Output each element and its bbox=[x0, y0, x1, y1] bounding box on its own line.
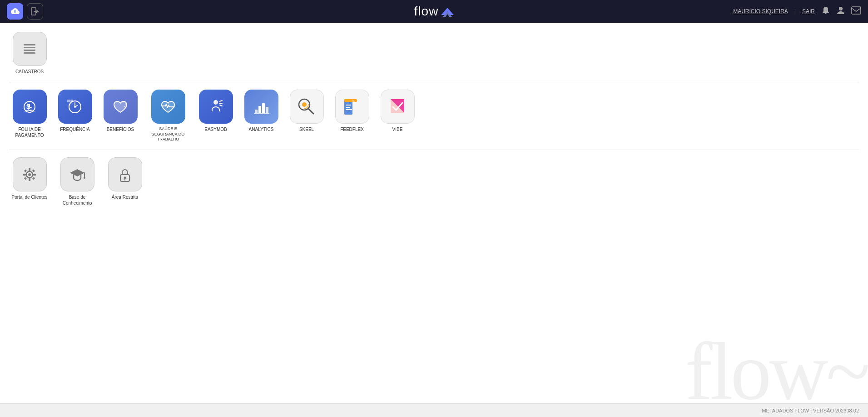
user-name[interactable]: MAURICIO.SIQUEIRA bbox=[733, 8, 788, 15]
app-item-vibe[interactable]: VIBE bbox=[377, 90, 418, 142]
portal-grid: Portal de Clientes Base deConhecimento bbox=[9, 157, 859, 206]
navbar-center: flow bbox=[414, 4, 454, 19]
feedflex-icon bbox=[335, 90, 369, 124]
svg-rect-5 bbox=[24, 44, 35, 45]
svg-rect-42 bbox=[23, 174, 26, 176]
svg-rect-32 bbox=[344, 99, 357, 102]
cloud-icon-button[interactable] bbox=[7, 3, 23, 20]
cadastros-item[interactable]: CADASTROS bbox=[9, 32, 50, 75]
svg-point-39 bbox=[28, 173, 31, 176]
footer: METADADOS FLOW | VERSÃO 202308.02 bbox=[0, 403, 868, 417]
app-item-frequencia[interactable]: FREQUÊNCIA bbox=[55, 90, 95, 142]
frequencia-label: FREQUÊNCIA bbox=[60, 126, 90, 132]
cadastros-list-icon bbox=[21, 40, 38, 58]
cloud-icon bbox=[10, 7, 20, 15]
app-item-beneficios[interactable]: BENEFÍCIOS bbox=[100, 90, 141, 142]
navbar-left bbox=[7, 3, 43, 20]
svg-line-16 bbox=[125, 104, 126, 104]
svg-rect-22 bbox=[255, 110, 258, 113]
notifications-icon[interactable] bbox=[821, 6, 830, 17]
app-item-saude[interactable]: SAÚDE ESEGURANÇA DOTRABALHO bbox=[145, 90, 191, 142]
svg-rect-43 bbox=[33, 174, 36, 176]
svg-rect-13 bbox=[67, 100, 70, 102]
svg-rect-6 bbox=[24, 47, 35, 48]
svg-text:$: $ bbox=[26, 103, 30, 111]
cadastros-label: CADASTROS bbox=[15, 69, 44, 75]
app-item-skeel[interactable]: SKEEL bbox=[286, 90, 327, 142]
section-divider-1 bbox=[9, 82, 859, 82]
svg-rect-8 bbox=[24, 52, 35, 54]
area-restrita-icon bbox=[108, 157, 142, 191]
app-item-base-conhecimento[interactable]: Base deConhecimento bbox=[55, 157, 100, 206]
saude-icon bbox=[151, 90, 185, 124]
svg-rect-35 bbox=[346, 109, 352, 110]
app-item-feedflex[interactable]: FEEDFLEX bbox=[332, 90, 372, 142]
portal-clientes-label: Portal de Clientes bbox=[12, 194, 48, 200]
vibe-label: VIBE bbox=[392, 126, 403, 132]
flow-logo-icon bbox=[441, 6, 454, 17]
easymob-label: EASYMOB bbox=[204, 126, 227, 132]
app-item-area-restrita[interactable]: Área Restrita bbox=[104, 157, 145, 206]
saude-label: SAÚDE ESEGURANÇA DOTRABALHO bbox=[152, 126, 185, 142]
base-conhecimento-icon bbox=[60, 157, 94, 191]
navbar-right: MAURICIO.SIQUEIRA | SAIR bbox=[733, 5, 861, 18]
folha-icon: $ bbox=[13, 90, 47, 124]
portal-clientes-icon bbox=[13, 157, 47, 191]
svg-rect-46 bbox=[24, 177, 27, 180]
beneficios-label: BENEFÍCIOS bbox=[107, 126, 134, 132]
svg-rect-33 bbox=[346, 105, 351, 106]
section-divider-2 bbox=[9, 150, 859, 150]
watermark: flow~ bbox=[685, 331, 868, 412]
navbar-icons bbox=[821, 5, 861, 18]
analytics-label: ANALYTICS bbox=[249, 126, 274, 132]
app-title: flow bbox=[414, 4, 439, 19]
base-conhecimento-label: Base deConhecimento bbox=[63, 194, 92, 206]
easymob-icon bbox=[199, 90, 233, 124]
svg-rect-40 bbox=[29, 168, 30, 171]
cadastros-icon bbox=[13, 32, 47, 66]
vibe-icon bbox=[381, 90, 415, 124]
beneficios-icon bbox=[104, 90, 138, 124]
svg-rect-34 bbox=[346, 107, 350, 108]
apps-section: $ FOLHA DEPAGAMENTO bbox=[9, 90, 859, 142]
svg-rect-14 bbox=[70, 100, 73, 102]
svg-rect-45 bbox=[32, 169, 35, 172]
sair-link[interactable]: SAIR bbox=[802, 8, 815, 15]
folha-label: FOLHA DEPAGAMENTO bbox=[15, 126, 44, 138]
svg-line-20 bbox=[220, 105, 222, 106]
app-item-portal-clientes[interactable]: Portal de Clientes bbox=[9, 157, 50, 206]
app-item-folha[interactable]: $ FOLHA DEPAGAMENTO bbox=[9, 90, 50, 142]
apps-grid: $ FOLHA DEPAGAMENTO bbox=[9, 90, 859, 142]
svg-point-29 bbox=[302, 102, 307, 107]
svg-rect-4 bbox=[852, 7, 861, 14]
analytics-icon bbox=[244, 90, 278, 124]
svg-point-18 bbox=[213, 100, 218, 105]
svg-rect-47 bbox=[32, 177, 35, 180]
skeel-icon bbox=[290, 90, 324, 124]
user-profile-icon[interactable] bbox=[836, 5, 846, 18]
svg-rect-24 bbox=[262, 103, 265, 113]
svg-line-21 bbox=[220, 100, 222, 101]
exit-icon bbox=[31, 7, 39, 15]
feedflex-label: FEEDFLEX bbox=[340, 126, 364, 132]
skeel-label: SKEEL bbox=[299, 126, 314, 132]
exit-icon-button[interactable] bbox=[27, 3, 43, 20]
app-item-easymob[interactable]: EASYMOB bbox=[195, 90, 236, 142]
cadastros-section: CADASTROS bbox=[9, 32, 859, 75]
messages-icon[interactable] bbox=[851, 6, 861, 17]
main-content: CADASTROS $ FOLHA DEPAG bbox=[0, 23, 868, 403]
area-restrita-label: Área Restrita bbox=[112, 194, 138, 200]
svg-rect-44 bbox=[24, 169, 27, 172]
svg-point-3 bbox=[839, 7, 843, 10]
svg-point-50 bbox=[84, 177, 85, 179]
svg-rect-25 bbox=[266, 107, 268, 113]
footer-text: METADADOS FLOW | VERSÃO 202308.02 bbox=[762, 408, 859, 413]
frequencia-icon bbox=[58, 90, 92, 124]
app-item-analytics[interactable]: ANALYTICS bbox=[241, 90, 282, 142]
navbar: flow MAURICIO.SIQUEIRA | SAIR bbox=[0, 0, 868, 23]
svg-rect-23 bbox=[258, 106, 261, 113]
svg-marker-48 bbox=[70, 169, 84, 176]
nav-separator: | bbox=[794, 8, 796, 15]
svg-rect-41 bbox=[29, 178, 30, 181]
svg-rect-7 bbox=[24, 50, 35, 51]
